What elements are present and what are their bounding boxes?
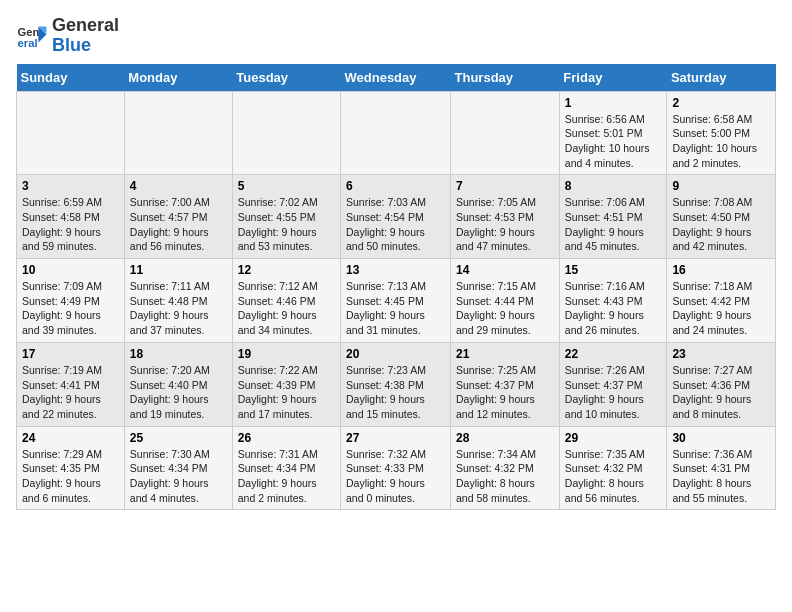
- day-number: 21: [456, 347, 554, 361]
- day-number: 30: [672, 431, 770, 445]
- day-info: Sunrise: 7:11 AM Sunset: 4:48 PM Dayligh…: [130, 279, 227, 338]
- day-info: Sunrise: 7:09 AM Sunset: 4:49 PM Dayligh…: [22, 279, 119, 338]
- day-number: 22: [565, 347, 662, 361]
- day-number: 8: [565, 179, 662, 193]
- day-info: Sunrise: 7:06 AM Sunset: 4:51 PM Dayligh…: [565, 195, 662, 254]
- calendar-cell-w3-d1: 18Sunrise: 7:20 AM Sunset: 4:40 PM Dayli…: [124, 342, 232, 426]
- day-info: Sunrise: 7:05 AM Sunset: 4:53 PM Dayligh…: [456, 195, 554, 254]
- day-number: 18: [130, 347, 227, 361]
- day-info: Sunrise: 7:34 AM Sunset: 4:32 PM Dayligh…: [456, 447, 554, 506]
- calendar-cell-w2-d5: 15Sunrise: 7:16 AM Sunset: 4:43 PM Dayli…: [559, 259, 667, 343]
- svg-text:Gen: Gen: [18, 26, 40, 38]
- day-number: 4: [130, 179, 227, 193]
- day-info: Sunrise: 7:31 AM Sunset: 4:34 PM Dayligh…: [238, 447, 335, 506]
- day-number: 6: [346, 179, 445, 193]
- calendar-cell-w4-d1: 25Sunrise: 7:30 AM Sunset: 4:34 PM Dayli…: [124, 426, 232, 510]
- calendar-header-row: SundayMondayTuesdayWednesdayThursdayFrid…: [17, 64, 776, 92]
- calendar-cell-w2-d2: 12Sunrise: 7:12 AM Sunset: 4:46 PM Dayli…: [232, 259, 340, 343]
- day-number: 12: [238, 263, 335, 277]
- day-number: 19: [238, 347, 335, 361]
- calendar-cell-w0-d1: [124, 91, 232, 175]
- day-number: 17: [22, 347, 119, 361]
- calendar-cell-w1-d4: 7Sunrise: 7:05 AM Sunset: 4:53 PM Daylig…: [451, 175, 560, 259]
- calendar-week-0: 1Sunrise: 6:56 AM Sunset: 5:01 PM Daylig…: [17, 91, 776, 175]
- calendar-cell-w2-d1: 11Sunrise: 7:11 AM Sunset: 4:48 PM Dayli…: [124, 259, 232, 343]
- day-number: 25: [130, 431, 227, 445]
- calendar-cell-w3-d3: 20Sunrise: 7:23 AM Sunset: 4:38 PM Dayli…: [341, 342, 451, 426]
- calendar-cell-w1-d3: 6Sunrise: 7:03 AM Sunset: 4:54 PM Daylig…: [341, 175, 451, 259]
- header-wednesday: Wednesday: [341, 64, 451, 92]
- day-number: 23: [672, 347, 770, 361]
- calendar-cell-w1-d0: 3Sunrise: 6:59 AM Sunset: 4:58 PM Daylig…: [17, 175, 125, 259]
- day-number: 28: [456, 431, 554, 445]
- calendar-cell-w0-d0: [17, 91, 125, 175]
- logo: Gen eral General Blue: [16, 16, 119, 56]
- day-info: Sunrise: 7:26 AM Sunset: 4:37 PM Dayligh…: [565, 363, 662, 422]
- calendar-cell-w1-d2: 5Sunrise: 7:02 AM Sunset: 4:55 PM Daylig…: [232, 175, 340, 259]
- day-info: Sunrise: 7:35 AM Sunset: 4:32 PM Dayligh…: [565, 447, 662, 506]
- calendar-cell-w2-d6: 16Sunrise: 7:18 AM Sunset: 4:42 PM Dayli…: [667, 259, 776, 343]
- day-number: 2: [672, 96, 770, 110]
- day-number: 9: [672, 179, 770, 193]
- day-info: Sunrise: 7:08 AM Sunset: 4:50 PM Dayligh…: [672, 195, 770, 254]
- day-info: Sunrise: 7:29 AM Sunset: 4:35 PM Dayligh…: [22, 447, 119, 506]
- calendar-cell-w4-d3: 27Sunrise: 7:32 AM Sunset: 4:33 PM Dayli…: [341, 426, 451, 510]
- day-number: 26: [238, 431, 335, 445]
- day-number: 5: [238, 179, 335, 193]
- header-friday: Friday: [559, 64, 667, 92]
- day-number: 16: [672, 263, 770, 277]
- day-number: 1: [565, 96, 662, 110]
- calendar-cell-w3-d0: 17Sunrise: 7:19 AM Sunset: 4:41 PM Dayli…: [17, 342, 125, 426]
- calendar-cell-w1-d6: 9Sunrise: 7:08 AM Sunset: 4:50 PM Daylig…: [667, 175, 776, 259]
- day-info: Sunrise: 7:22 AM Sunset: 4:39 PM Dayligh…: [238, 363, 335, 422]
- header-tuesday: Tuesday: [232, 64, 340, 92]
- day-number: 13: [346, 263, 445, 277]
- header-thursday: Thursday: [451, 64, 560, 92]
- calendar-cell-w2-d4: 14Sunrise: 7:15 AM Sunset: 4:44 PM Dayli…: [451, 259, 560, 343]
- day-number: 11: [130, 263, 227, 277]
- calendar-cell-w0-d2: [232, 91, 340, 175]
- day-info: Sunrise: 7:15 AM Sunset: 4:44 PM Dayligh…: [456, 279, 554, 338]
- calendar-table: SundayMondayTuesdayWednesdayThursdayFrid…: [16, 64, 776, 511]
- calendar-week-4: 24Sunrise: 7:29 AM Sunset: 4:35 PM Dayli…: [17, 426, 776, 510]
- calendar-cell-w4-d4: 28Sunrise: 7:34 AM Sunset: 4:32 PM Dayli…: [451, 426, 560, 510]
- calendar-cell-w1-d5: 8Sunrise: 7:06 AM Sunset: 4:51 PM Daylig…: [559, 175, 667, 259]
- calendar-cell-w4-d2: 26Sunrise: 7:31 AM Sunset: 4:34 PM Dayli…: [232, 426, 340, 510]
- day-info: Sunrise: 6:56 AM Sunset: 5:01 PM Dayligh…: [565, 112, 662, 171]
- day-info: Sunrise: 7:12 AM Sunset: 4:46 PM Dayligh…: [238, 279, 335, 338]
- day-info: Sunrise: 7:27 AM Sunset: 4:36 PM Dayligh…: [672, 363, 770, 422]
- day-info: Sunrise: 7:18 AM Sunset: 4:42 PM Dayligh…: [672, 279, 770, 338]
- calendar-cell-w3-d2: 19Sunrise: 7:22 AM Sunset: 4:39 PM Dayli…: [232, 342, 340, 426]
- calendar-cell-w2-d3: 13Sunrise: 7:13 AM Sunset: 4:45 PM Dayli…: [341, 259, 451, 343]
- day-info: Sunrise: 7:36 AM Sunset: 4:31 PM Dayligh…: [672, 447, 770, 506]
- day-info: Sunrise: 7:32 AM Sunset: 4:33 PM Dayligh…: [346, 447, 445, 506]
- calendar-cell-w4-d0: 24Sunrise: 7:29 AM Sunset: 4:35 PM Dayli…: [17, 426, 125, 510]
- calendar-cell-w0-d3: [341, 91, 451, 175]
- calendar-cell-w3-d4: 21Sunrise: 7:25 AM Sunset: 4:37 PM Dayli…: [451, 342, 560, 426]
- day-number: 7: [456, 179, 554, 193]
- day-info: Sunrise: 7:30 AM Sunset: 4:34 PM Dayligh…: [130, 447, 227, 506]
- day-number: 24: [22, 431, 119, 445]
- calendar-week-2: 10Sunrise: 7:09 AM Sunset: 4:49 PM Dayli…: [17, 259, 776, 343]
- day-info: Sunrise: 7:02 AM Sunset: 4:55 PM Dayligh…: [238, 195, 335, 254]
- calendar-cell-w0-d4: [451, 91, 560, 175]
- calendar-cell-w4-d6: 30Sunrise: 7:36 AM Sunset: 4:31 PM Dayli…: [667, 426, 776, 510]
- day-info: Sunrise: 7:13 AM Sunset: 4:45 PM Dayligh…: [346, 279, 445, 338]
- logo-text: General Blue: [52, 16, 119, 56]
- calendar-cell-w0-d5: 1Sunrise: 6:56 AM Sunset: 5:01 PM Daylig…: [559, 91, 667, 175]
- calendar-cell-w4-d5: 29Sunrise: 7:35 AM Sunset: 4:32 PM Dayli…: [559, 426, 667, 510]
- day-number: 14: [456, 263, 554, 277]
- day-info: Sunrise: 7:25 AM Sunset: 4:37 PM Dayligh…: [456, 363, 554, 422]
- day-info: Sunrise: 7:16 AM Sunset: 4:43 PM Dayligh…: [565, 279, 662, 338]
- header-monday: Monday: [124, 64, 232, 92]
- calendar-cell-w1-d1: 4Sunrise: 7:00 AM Sunset: 4:57 PM Daylig…: [124, 175, 232, 259]
- page-header: Gen eral General Blue: [16, 16, 776, 56]
- day-number: 10: [22, 263, 119, 277]
- calendar-cell-w3-d5: 22Sunrise: 7:26 AM Sunset: 4:37 PM Dayli…: [559, 342, 667, 426]
- day-info: Sunrise: 7:03 AM Sunset: 4:54 PM Dayligh…: [346, 195, 445, 254]
- logo-icon: Gen eral: [16, 20, 48, 52]
- calendar-week-1: 3Sunrise: 6:59 AM Sunset: 4:58 PM Daylig…: [17, 175, 776, 259]
- day-number: 20: [346, 347, 445, 361]
- day-info: Sunrise: 7:23 AM Sunset: 4:38 PM Dayligh…: [346, 363, 445, 422]
- header-saturday: Saturday: [667, 64, 776, 92]
